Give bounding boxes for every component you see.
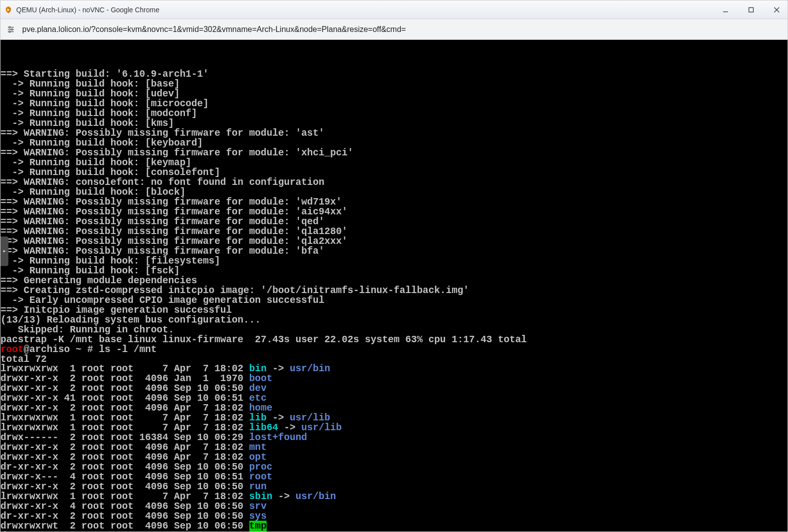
svg-rect-1 xyxy=(749,7,754,12)
terminal-line: Skipped: Running in chroot. xyxy=(0,325,788,335)
svg-point-7 xyxy=(9,27,10,28)
window-titlebar: QEMU (Arch-Linux) - noVNC - Google Chrom… xyxy=(0,0,788,19)
terminal-line: ==> Starting build: '6.10.9-arch1-1' xyxy=(0,69,788,79)
window-controls xyxy=(719,3,784,17)
site-settings-icon[interactable] xyxy=(5,24,16,35)
terminal-line: ==> WARNING: Possibly missing firmware f… xyxy=(0,148,788,158)
window-title: QEMU (Arch-Linux) - noVNC - Google Chrom… xyxy=(16,6,719,14)
terminal-line: -> Running build hook: [base] xyxy=(0,79,788,89)
terminal-content: ==> Starting build: '6.10.9-arch1-1' -> … xyxy=(0,69,788,532)
terminal-line: dr-xr-xr-x 2 root root 4096 Sep 10 06:50… xyxy=(0,462,788,472)
terminal-line: drwxr-xr-x 41 root root 4096 Sep 10 06:5… xyxy=(0,393,788,403)
terminal-line: drwxr-xr-x 8 root root 4096 Sep 10 06:51… xyxy=(0,531,788,532)
terminal-line: drwxr-xr-x 4 root root 4096 Sep 10 06:50… xyxy=(0,502,788,511)
terminal-line: -> Running build hook: [modconf] xyxy=(0,109,788,118)
terminal-line: ==> Initcpio image generation successful xyxy=(0,305,788,315)
terminal-line: ==> WARNING: Possibly missing firmware f… xyxy=(0,207,788,217)
terminal-line: -> Running build hook: [microcode] xyxy=(0,99,788,109)
terminal-line: ==> WARNING: Possibly missing firmware f… xyxy=(0,246,788,256)
terminal-line: -> Early uncompressed CPIO image generat… xyxy=(0,296,788,305)
address-bar[interactable]: pve.plana.lolicon.io/?console=kvm&novnc=… xyxy=(0,19,788,40)
terminal-line: -> Running build hook: [kms] xyxy=(0,118,788,128)
terminal-line: ==> WARNING: Possibly missing firmware f… xyxy=(0,236,788,246)
svg-point-8 xyxy=(11,29,13,30)
terminal-line: ==> Generating module dependencies xyxy=(0,276,788,286)
terminal-line: drwxr-xr-x 2 root root 4096 Jan 1 1970 b… xyxy=(0,374,788,384)
novnc-panel-handle[interactable]: ▸ xyxy=(0,236,8,266)
terminal-line: lrwxrwxrwx 1 root root 7 Apr 7 18:02 sbi… xyxy=(0,492,788,502)
close-button[interactable] xyxy=(770,3,784,17)
terminal-line: drwxr-xr-x 2 root root 4096 Apr 7 18:02 … xyxy=(0,452,788,462)
terminal-line: drwx------ 2 root root 16384 Sep 10 06:2… xyxy=(0,433,788,443)
terminal-line: ==> WARNING: consolefont: no font found … xyxy=(0,177,788,187)
terminal-line: drwxr-xr-x 2 root root 4096 Apr 7 18:02 … xyxy=(0,443,788,452)
terminal-line: drwxrwxrwt 2 root root 4096 Sep 10 06:50… xyxy=(0,521,788,531)
terminal-line: root@archiso ~ # ls -l /mnt xyxy=(0,345,788,355)
terminal-line: (13/13) Reloading system bus configurati… xyxy=(0,315,788,325)
terminal-line: -> Running build hook: [consolefont] xyxy=(0,168,788,177)
terminal-line: pacstrap -K /mnt base linux linux-firmwa… xyxy=(0,335,788,345)
minimize-button[interactable] xyxy=(719,3,732,17)
url-text[interactable]: pve.plana.lolicon.io/?console=kvm&novnc=… xyxy=(22,25,783,34)
terminal-line: dr-xr-xr-x 2 root root 4096 Sep 10 06:50… xyxy=(0,511,788,521)
terminal-line: total 72 xyxy=(0,355,788,364)
terminal-line: drwxr-x--- 4 root root 4096 Sep 10 06:51… xyxy=(0,472,788,482)
terminal-line: lrwxrwxrwx 1 root root 7 Apr 7 18:02 lib… xyxy=(0,423,788,433)
terminal-line: -> Running build hook: [block] xyxy=(0,187,788,197)
app-icon xyxy=(4,6,12,14)
terminal-line: -> Running build hook: [fsck] xyxy=(0,266,788,276)
terminal-line: -> Running build hook: [udev] xyxy=(0,89,788,99)
terminal-line: ==> WARNING: Possibly missing firmware f… xyxy=(0,227,788,236)
terminal-line: -> Running build hook: [keyboard] xyxy=(0,138,788,148)
terminal-viewport[interactable]: ▸ ==> Starting build: '6.10.9-arch1-1' -… xyxy=(0,40,788,532)
terminal-line: -> Running build hook: [filesystems] xyxy=(0,256,788,266)
terminal-line: ==> WARNING: Possibly missing firmware f… xyxy=(0,197,788,207)
terminal-line: drwxr-xr-x 2 root root 4096 Apr 7 18:02 … xyxy=(0,403,788,413)
terminal-line: -> Running build hook: [keymap] xyxy=(0,158,788,168)
terminal-line: drwxr-xr-x 2 root root 4096 Sep 10 06:50… xyxy=(0,482,788,492)
terminal-line: ==> Creating zstd-compressed initcpio im… xyxy=(0,286,788,296)
terminal-line: ==> WARNING: Possibly missing firmware f… xyxy=(0,217,788,227)
terminal-line: lrwxrwxrwx 1 root root 7 Apr 7 18:02 bin… xyxy=(0,364,788,374)
svg-point-9 xyxy=(9,31,10,32)
terminal-line: ==> WARNING: Possibly missing firmware f… xyxy=(0,128,788,138)
terminal-line: drwxr-xr-x 2 root root 4096 Sep 10 06:50… xyxy=(0,384,788,393)
browser-window: QEMU (Arch-Linux) - noVNC - Google Chrom… xyxy=(0,0,788,532)
maximize-button[interactable] xyxy=(744,3,758,17)
terminal-line: lrwxrwxrwx 1 root root 7 Apr 7 18:02 lib… xyxy=(0,413,788,423)
